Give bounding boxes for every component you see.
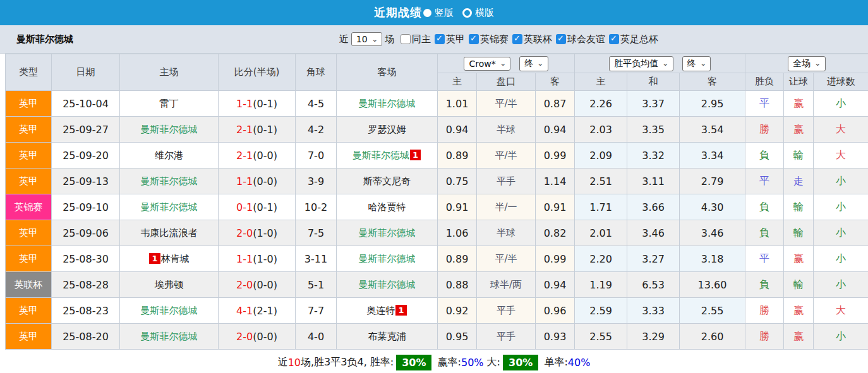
footer-segment: 近	[278, 356, 288, 369]
recent-count-select[interactable]: 10 ⌄	[351, 32, 382, 46]
league-checkbox[interactable]	[435, 34, 445, 44]
recent-count-value: 10	[356, 34, 368, 44]
bookmaker-select[interactable]: Crow* ⌄	[464, 57, 510, 71]
avg-draw: 3.46	[627, 220, 680, 246]
avg-draw: 3.32	[627, 143, 680, 169]
team-name: 布莱克浦	[368, 331, 406, 342]
match-date: 25-08-20	[52, 324, 120, 350]
team-name: 维尔港	[155, 150, 183, 161]
league-filter-group: 英甲英锦赛英联杯球会友谊英足总杯	[431, 33, 658, 45]
result-cell: 勝	[745, 324, 784, 350]
league-label[interactable]: 英甲	[446, 33, 465, 45]
result-cell: 平	[745, 169, 784, 194]
chevron-down-icon: ⌄	[371, 36, 378, 43]
odds-handicap: 平/半	[477, 246, 536, 272]
corner-count: 5-1	[296, 272, 337, 298]
away-team-cell: 奥连特1	[337, 298, 438, 324]
score-cell: 2-0(0-0)	[219, 324, 296, 350]
team-name: 曼斯菲尔德城	[141, 305, 198, 316]
goals-cell: 小	[814, 272, 868, 298]
avg-away: 2.95	[680, 91, 745, 117]
competition-badge: 英甲	[6, 220, 52, 246]
competition-badge: 英甲	[6, 246, 52, 272]
bookmaker-time-select[interactable]: 终 ⌄	[519, 56, 548, 71]
col-header-avg-away: 客	[680, 73, 745, 91]
page-title: 近期战绩	[374, 5, 422, 20]
team-name: 埃弗顿	[155, 279, 183, 290]
league-label[interactable]: 英联杯	[524, 33, 552, 45]
corner-count: 7-5	[296, 220, 337, 246]
goals-cell: 小	[814, 169, 868, 194]
handicap-text: 半球	[497, 227, 515, 239]
avg-away: 3.34	[680, 143, 745, 169]
away-team-cell: 罗瑟汉姆	[337, 117, 438, 143]
avg-away: 2.79	[680, 169, 745, 194]
avg-draw: 3.37	[627, 91, 680, 117]
competition-badge: 英甲	[6, 143, 52, 169]
odds-home: 0.89	[438, 143, 477, 169]
odds-away: 0.94	[536, 272, 575, 298]
league-checkbox[interactable]	[512, 34, 522, 44]
odds-handicap: 球半/两	[477, 272, 536, 298]
team-name: 曼斯菲尔德城	[141, 175, 198, 187]
league-label[interactable]: 英足总杯	[620, 33, 658, 45]
chevron-down-icon: ⌄	[814, 60, 821, 67]
same-home-label[interactable]: 同主	[412, 33, 431, 45]
odds-away: 0.99	[536, 246, 575, 272]
corner-count: 4-2	[296, 117, 337, 143]
league-label[interactable]: 球会友谊	[567, 33, 605, 45]
avg-home: 2.55	[575, 324, 627, 350]
goals-cell: 小	[814, 91, 868, 117]
avg-home: 2.59	[575, 298, 627, 324]
footer-segment: 50%	[461, 357, 484, 369]
vertical-layout-label[interactable]: 竖版	[435, 7, 454, 19]
col-header-letball: 让球	[784, 73, 814, 91]
home-team-cell: 曼斯菲尔德城	[120, 194, 219, 220]
same-home-checkbox[interactable]	[401, 34, 411, 44]
avg-dropdown-group: 胜平负均值 ⌄ 终 ⌄	[575, 54, 745, 73]
col-header-avg-home: 主	[575, 73, 627, 91]
league-label[interactable]: 英锦赛	[480, 33, 509, 45]
away-team-cell: 布莱克浦	[337, 324, 438, 350]
horizontal-layout-label[interactable]: 横版	[475, 7, 494, 19]
halftime-score: (0-1)	[253, 124, 277, 136]
league-checkbox[interactable]	[609, 34, 619, 44]
avg-time-select[interactable]: 终 ⌄	[682, 56, 711, 71]
fulltime-score: 1-1	[236, 253, 253, 265]
odds-handicap: 平手	[477, 298, 536, 324]
away-team-cell: 曼斯菲尔德城1	[337, 143, 438, 169]
odds-handicap: 平手	[477, 169, 536, 194]
league-checkbox[interactable]	[556, 34, 566, 44]
competition-badge: 英甲	[6, 298, 52, 324]
odds-home: 0.91	[438, 194, 477, 220]
avg-home: 2.03	[575, 117, 627, 143]
avg-home: 1.71	[575, 194, 627, 220]
match-row: 英甲25-09-20维尔港2-1(0-0)7-0曼斯菲尔德城10.89平/半0.…	[6, 143, 868, 169]
result-cell: 勝	[745, 117, 784, 143]
avg-home: 2.01	[575, 220, 627, 246]
scope-select[interactable]: 全场 ⌄	[788, 56, 825, 71]
odds-away: 0.94	[536, 117, 575, 143]
letball-cell: 赢	[784, 246, 814, 272]
titlebar: 近期战绩 竖版 横版	[0, 0, 868, 25]
vertical-layout-radio[interactable]	[423, 9, 431, 17]
score-cell: 1-1(0-1)	[219, 91, 296, 117]
score-cell: 4-1(2-1)	[219, 298, 296, 324]
avg-type-select[interactable]: 胜平负均值 ⌄	[609, 56, 673, 71]
halftime-score: (2-1)	[253, 305, 277, 317]
match-date: 25-09-27	[52, 117, 120, 143]
score-cell: 2-1(0-1)	[219, 117, 296, 143]
corner-count: 10-2	[296, 194, 337, 220]
avg-away: 3.18	[680, 246, 745, 272]
home-team-cell: 维尔港	[120, 143, 219, 169]
halftime-score: (0-0)	[253, 331, 277, 343]
horizontal-layout-radio[interactable]	[462, 8, 472, 18]
halftime-score: (0-0)	[253, 279, 277, 291]
avg-home: 2.51	[575, 169, 627, 194]
fulltime-score: 2-0	[236, 331, 253, 343]
match-row: 英甲25-09-13曼斯菲尔德城1-1(0-0)3-9斯蒂文尼奇0.75平手1.…	[6, 169, 868, 194]
odds-home: 0.89	[438, 246, 477, 272]
league-checkbox[interactable]	[469, 34, 479, 44]
match-date: 25-08-28	[52, 272, 120, 298]
goals-cell: 大	[814, 117, 868, 143]
